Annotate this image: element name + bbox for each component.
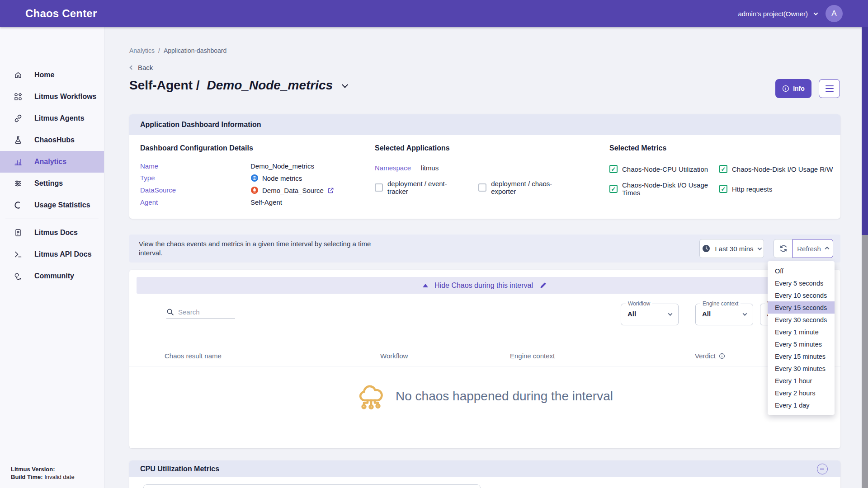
back-label: Back (138, 64, 153, 71)
empty-state: No chaos happened during the interval (129, 382, 840, 411)
sidebar-item-home[interactable]: Home (0, 64, 104, 86)
menu-item-every-15-minutes[interactable]: Every 15 minutes (768, 350, 835, 362)
config-value-name: Demo_Node_metrics (250, 162, 366, 170)
edit-pencil-icon[interactable] (539, 282, 547, 289)
chevron-up-icon (825, 246, 829, 251)
sidebar-item-community[interactable]: Community (0, 265, 104, 287)
selected-metrics-column: Selected Metrics ✓ Chaos-Node-CPU Utiliz… (609, 144, 835, 197)
document-icon (14, 228, 23, 237)
sidebar-item-usage-statistics[interactable]: Usage Statistics (0, 194, 104, 216)
menu-item-every-2-hours[interactable]: Every 2 hours (768, 387, 835, 399)
menu-item-every-15-seconds[interactable]: Every 15 seconds (768, 301, 835, 314)
time-range-selector[interactable]: Last 30 mins (699, 239, 764, 258)
menu-item-every-30-minutes[interactable]: Every 30 minutes (768, 362, 835, 375)
menu-item-every-5-minutes[interactable]: Every 5 minutes (768, 338, 835, 350)
analytics-icon (14, 157, 23, 166)
sidebar-item-label: Litmus Workflows (34, 93, 97, 101)
sidebar-item-chaoshubs[interactable]: ChaosHubs (0, 129, 104, 151)
menu-item-every-30-seconds[interactable]: Every 30 seconds (768, 314, 835, 326)
sidebar-item-label: ChaosHubs (34, 136, 75, 144)
dashboard-info-card-header: Application Dashboard Information (129, 114, 840, 135)
refresh-now-button[interactable] (774, 239, 793, 258)
sidebar-nav: Home Litmus Workflows Litmus Agents Chao… (0, 27, 104, 287)
hide-chaos-label: Hide Chaos during this interval (434, 282, 533, 290)
metric-checkbox-cpu[interactable]: ✓ Chaos-Node-CPU Utilization (609, 165, 719, 173)
header-right: admin's project(Owner) A (738, 5, 843, 22)
hide-chaos-toggle[interactable]: Hide Chaos during this interval (137, 277, 833, 294)
sidebar-item-analytics[interactable]: Analytics (0, 151, 104, 173)
search-input[interactable] (178, 308, 231, 316)
menu-item-every-1-minute[interactable]: Every 1 minute (768, 326, 835, 338)
sidebar-item-label: Home (34, 71, 54, 79)
back-button[interactable]: Back (130, 64, 153, 71)
app-title: Chaos Center (25, 7, 97, 20)
title-dashboard-name: Demo_Node_metrics (207, 78, 333, 93)
menu-item-off[interactable]: Off (768, 265, 835, 277)
workflow-filter-select[interactable]: Workflow All (621, 304, 679, 325)
menu-item-every-1-day[interactable]: Every 1 day (768, 399, 835, 411)
avatar[interactable]: A (826, 5, 843, 22)
config-label-datasource: DataSource (140, 186, 250, 194)
header-actions: Info (775, 79, 840, 98)
home-icon (14, 70, 23, 80)
page-title: Self-Agent / Demo_Node_metrics (129, 78, 347, 93)
dashboard-menu-button[interactable] (819, 79, 840, 98)
metric-checkbox-disk-rw[interactable]: ✓ Chaos-Node-Disk I/O Usage R/W (719, 165, 835, 173)
sidebar-item-litmus-api-docs[interactable]: Litmus API Docs (0, 244, 104, 265)
app-checkbox-event-tracker[interactable]: deployment / event-tracker (375, 180, 460, 195)
sidebar-item-label: Settings (34, 179, 63, 188)
link-icon (14, 114, 23, 123)
sliders-icon (14, 179, 23, 188)
version-info: Litmus Version: Build Time: Invalid date (11, 465, 75, 481)
sidebar-item-litmus-agents[interactable]: Litmus Agents (0, 108, 104, 129)
menu-item-every-5-seconds[interactable]: Every 5 seconds (768, 277, 835, 289)
title-chevron-down-icon[interactable] (342, 82, 348, 88)
config-label-agent: Agent (140, 198, 250, 206)
build-time-value: Invalid date (44, 474, 75, 480)
sidebar-item-litmus-workflows[interactable]: Litmus Workflows (0, 86, 104, 108)
config-label-name: Name (140, 162, 250, 170)
info-icon (782, 85, 789, 92)
avatar-letter: A (831, 9, 836, 18)
config-details-column: Dashboard Configuration Details Name Dem… (140, 144, 366, 206)
refresh-icon (779, 244, 788, 253)
table-header-row: Chaos result name Workflow Engine contex… (129, 346, 840, 366)
project-label: admin's project(Owner) (738, 10, 808, 18)
time-range-value: Last 30 mins (715, 245, 753, 253)
node-metrics-icon (250, 174, 259, 182)
breadcrumb-analytics[interactable]: Analytics (129, 47, 155, 54)
refresh-interval-label: Refresh (797, 245, 821, 253)
sidebar-item-litmus-docs[interactable]: Litmus Docs (0, 222, 104, 244)
version-label: Litmus Version: (11, 466, 55, 473)
app-checkbox-chaos-exporter[interactable]: deployment / chaos-exporter (478, 180, 569, 195)
chevron-down-icon (814, 11, 818, 15)
menu-item-every-1-hour[interactable]: Every 1 hour (768, 375, 835, 387)
page-scrollbar[interactable] (862, 27, 868, 488)
refresh-interval-button[interactable]: Refresh (793, 239, 833, 258)
chaos-center-app: Chaos Center admin's project(Owner) A Ho… (0, 0, 868, 488)
selected-applications-column: Selected Applications Namespace litmus d… (375, 144, 569, 195)
cpu-metrics-card: CPU Utilization Metrics (129, 460, 840, 488)
sidebar-item-label: Litmus Agents (34, 114, 85, 122)
chevron-down-icon (668, 311, 673, 316)
metric-checkbox-http[interactable]: ✓ Http requests (719, 181, 835, 197)
interval-band: View the chaos events and metrics in a g… (129, 235, 840, 263)
project-selector[interactable]: admin's project(Owner) (738, 10, 817, 18)
scrollbar-thumb[interactable] (862, 27, 868, 235)
info-button[interactable]: Info (775, 79, 811, 98)
terminal-icon (14, 250, 23, 259)
sidebar-item-settings[interactable]: Settings (0, 173, 104, 194)
verdict-info-icon[interactable] (719, 353, 725, 359)
collapse-triangle-icon (423, 284, 428, 287)
sidebar-item-label: Litmus API Docs (34, 250, 92, 258)
collapse-section-button[interactable] (817, 464, 828, 474)
build-time-label: Build Time: (11, 474, 43, 480)
menu-item-every-10-seconds[interactable]: Every 10 seconds (768, 289, 835, 301)
checkbox-checked-icon: ✓ (609, 185, 618, 193)
engine-context-filter-select[interactable]: Engine context All (695, 304, 753, 325)
external-link-icon[interactable] (327, 187, 334, 194)
metric-checkbox-disk-times[interactable]: ✓ Chaos-Node-Disk I/O Usage Times (609, 181, 719, 197)
search-box (166, 308, 235, 319)
empty-message: No chaos happened during the interval (396, 389, 613, 404)
refresh-interval-menu: Off Every 5 seconds Every 10 seconds Eve… (768, 261, 835, 415)
